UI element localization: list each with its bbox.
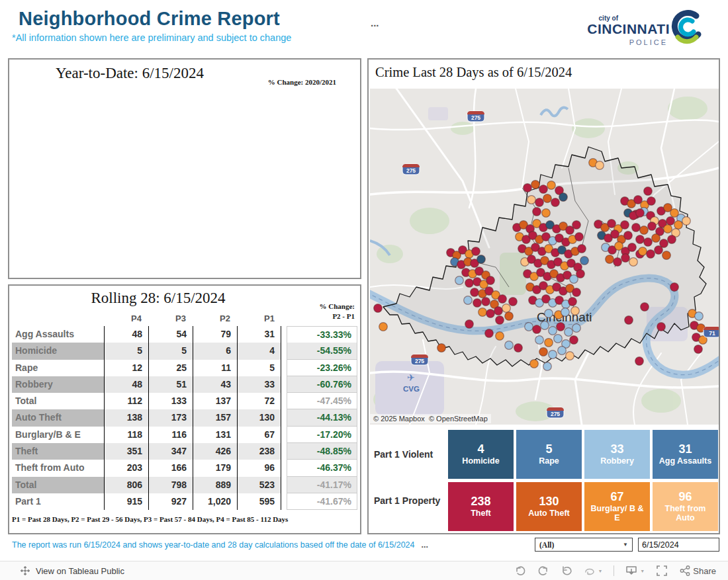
table-row[interactable]: Burglary/B & E11811613167-17.20% [12, 427, 357, 443]
crime-dot-robbery[interactable] [561, 308, 570, 317]
crime-dot-theft[interactable] [557, 323, 565, 331]
table-row[interactable]: Theft from Auto20316617996-46.37% [12, 460, 357, 476]
crime-dot-theft[interactable] [644, 187, 653, 196]
crime-dot-theft[interactable] [509, 298, 518, 306]
crime-dot-theft[interactable] [632, 224, 641, 232]
view-on-tableau-public[interactable]: View on Tableau Public [0, 565, 124, 576]
crime-dot-auto-theft[interactable] [640, 226, 649, 235]
crime-dot-robbery[interactable] [525, 323, 533, 331]
table-row[interactable]: Homicide5564-54.55% [12, 343, 357, 359]
crime-dot-auto-theft[interactable] [606, 255, 614, 264]
crime-dot-theft[interactable] [621, 254, 630, 263]
crime-dot-theft[interactable] [666, 217, 675, 226]
crime-dot-theft[interactable] [628, 243, 637, 252]
crime-dot-theft[interactable] [670, 283, 679, 292]
crime-dot-theft[interactable] [647, 197, 656, 206]
crime-dot-theft[interactable] [539, 185, 548, 194]
crime-dot-theft[interactable] [648, 222, 657, 231]
crime-dot-theft[interactable] [486, 276, 495, 285]
crime-dot-theft[interactable] [655, 246, 663, 255]
map-canvas[interactable]: Cincinnati ✈ CVG 27527527527571 [370, 89, 719, 425]
crime-dot-theft[interactable] [641, 303, 649, 311]
crime-dot-theft[interactable] [374, 304, 383, 313]
refresh-button[interactable]: ▼ [584, 565, 602, 577]
crime-dot-theft[interactable] [668, 235, 676, 244]
crime-dot-robbery[interactable] [455, 276, 464, 285]
crime-dot-theft-from-auto[interactable] [629, 258, 638, 267]
neighborhood-filter-dropdown[interactable]: (All)▼ [535, 538, 633, 552]
crime-dot-theft[interactable] [636, 235, 645, 244]
crime-dot-robbery[interactable] [464, 296, 473, 305]
report-date-input[interactable]: 6/15/2024 [638, 538, 719, 552]
undo-button[interactable] [514, 565, 526, 577]
crime-dot-theft[interactable] [465, 320, 474, 329]
crime-summary-card[interactable]: 5 Rape [516, 430, 582, 479]
crime-dot-theft[interactable] [625, 316, 633, 325]
crime-dot-robbery[interactable] [549, 351, 557, 359]
crime-dot-theft[interactable] [535, 198, 544, 207]
table-row[interactable]: Theft351347426238-48.85% [12, 443, 357, 460]
crime-dot-theft[interactable] [569, 298, 577, 306]
crime-dot-theft-from-auto[interactable] [502, 304, 511, 313]
fullscreen-button[interactable] [656, 565, 668, 577]
crime-dot-theft[interactable] [465, 279, 474, 288]
table-row[interactable]: Agg Assaults48547931-33.33% [12, 326, 357, 343]
crime-dot-theft-from-auto[interactable] [527, 196, 536, 204]
crime-summary-card[interactable]: 238 Theft [448, 482, 514, 531]
share-button[interactable]: Share [679, 565, 716, 577]
crime-dot-burglary-b-e[interactable] [547, 181, 556, 190]
crime-dot-theft-from-auto[interactable] [571, 307, 580, 315]
crime-dot-theft[interactable] [523, 184, 532, 192]
crime-dot-theft[interactable] [578, 245, 586, 253]
crime-dot-burglary-b-e[interactable] [496, 332, 504, 341]
crime-dot-theft[interactable] [486, 310, 495, 318]
crime-dot-theft[interactable] [533, 325, 541, 334]
crime-summary-card[interactable]: 67 Burglary/ B & E [584, 482, 650, 531]
crime-dot-robbery[interactable] [554, 335, 563, 343]
crime-dot-theft[interactable] [647, 250, 655, 259]
crime-dot-theft[interactable] [657, 323, 666, 331]
crime-summary-card[interactable]: 31 Agg Assaults [653, 430, 718, 479]
crime-dot-theft-from-auto[interactable] [566, 352, 574, 360]
crime-dot-theft[interactable] [572, 221, 581, 229]
crime-dot-theft[interactable] [482, 298, 490, 306]
crime-dot-theft[interactable] [498, 295, 507, 304]
crime-dot-theft[interactable] [694, 345, 703, 354]
crime-dot-theft[interactable] [494, 307, 503, 315]
crime-dot-auto-theft[interactable] [652, 234, 660, 243]
crime-dot-theft[interactable] [485, 329, 494, 338]
crime-dot-burglary-b-e[interactable] [478, 308, 487, 317]
crime-dot-burglary-b-e[interactable] [545, 339, 553, 347]
crime-summary-card[interactable]: 4 Homicide [448, 430, 514, 479]
crime-dot-rape-agg-assault[interactable] [580, 257, 589, 265]
crime-dot-theft[interactable] [473, 299, 482, 308]
crime-dot-auto-theft[interactable] [437, 344, 446, 352]
table-row[interactable]: Total11213313772-47.45% [12, 393, 357, 409]
crime-dot-robbery[interactable] [549, 327, 557, 335]
crime-dot-theft[interactable] [472, 247, 480, 256]
crime-dot-theft[interactable] [496, 316, 504, 325]
crime-summary-card[interactable]: 96 Theft from Auto [653, 482, 718, 531]
reset-button[interactable] [561, 565, 572, 577]
crime-dot-auto-theft[interactable] [539, 348, 548, 356]
download-button[interactable]: ▼ [625, 565, 645, 577]
crime-dot-theft[interactable] [572, 288, 581, 297]
crime-dot-robbery[interactable] [545, 310, 553, 318]
crime-dot-robbery[interactable] [505, 341, 514, 350]
crime-dot-robbery[interactable] [558, 347, 567, 355]
crime-dot-theft[interactable] [514, 344, 523, 352]
crime-dot-robbery[interactable] [572, 324, 581, 333]
crime-dot-theft[interactable] [624, 231, 633, 240]
crime-dot-theft[interactable] [471, 288, 479, 297]
crime-dot-theft[interactable] [533, 208, 541, 216]
crime-dot-homicide[interactable] [559, 193, 568, 202]
crime-map[interactable]: Cincinnati ✈ CVG 27527527527571 © 2025 M… [370, 89, 719, 425]
crime-summary-card[interactable]: 130 Auto Theft [516, 482, 582, 531]
crime-dot-auto-theft[interactable] [531, 181, 540, 189]
crime-dot-theft[interactable] [635, 357, 644, 366]
crime-dot-robbery[interactable] [543, 362, 552, 371]
crime-dot-burglary-b-e[interactable] [674, 221, 683, 229]
map-attribution[interactable]: © 2025 Mapbox © OpenStreetMap [370, 414, 491, 423]
table-row[interactable]: Auto Theft138173157130-44.13% [12, 409, 357, 426]
crime-dot-theft[interactable] [636, 209, 645, 218]
